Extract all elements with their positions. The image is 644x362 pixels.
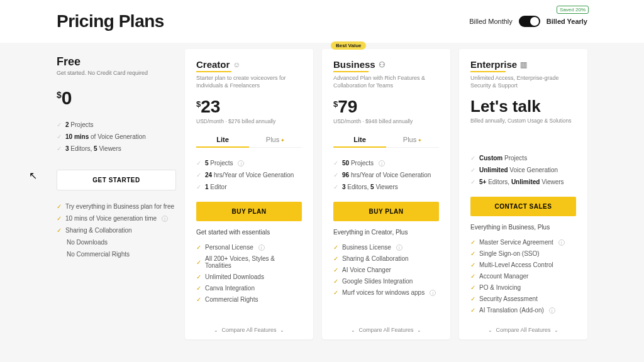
benefit-item: ✓All 200+ Voices, Styles & Tonalities bbox=[196, 255, 302, 269]
benefit-item: No Downloads bbox=[57, 239, 176, 246]
business-benefits: ✓Business Licensei ✓Sharing & Collaborat… bbox=[333, 239, 439, 300]
feature-item: ✓1 Editor bbox=[196, 184, 302, 191]
enterprise-section-label: Everything in Business, Plus bbox=[470, 224, 576, 231]
free-subtitle: Get started. No Credit Card required bbox=[57, 70, 176, 76]
feature-item: ✓Unlimited Voice Generation bbox=[470, 167, 576, 174]
info-icon[interactable]: i bbox=[238, 160, 244, 167]
info-icon[interactable]: i bbox=[549, 307, 555, 314]
compare-link[interactable]: ⌄ Compare All Features ⌄ bbox=[196, 318, 302, 333]
plan-business: Best Value Business⚇ Advanced Plan with … bbox=[322, 49, 450, 339]
title-underline bbox=[470, 71, 506, 72]
enterprise-price-sub: Billed annually, Custom Usage & Solution… bbox=[470, 118, 576, 124]
benefit-item: ✓Unlimited Downloads bbox=[196, 273, 302, 280]
creator-title: Creator☺ bbox=[196, 59, 302, 70]
benefit-item: ✓Commercial Rights bbox=[196, 296, 302, 303]
business-price-sub: USD/month · $948 billed annually bbox=[333, 118, 439, 124]
person-icon: ☺ bbox=[233, 60, 240, 69]
feature-item: ✓2 Projects bbox=[57, 121, 176, 129]
feature-item: ✓3 Editors, 5 Viewers bbox=[333, 184, 439, 191]
info-icon[interactable]: i bbox=[379, 160, 385, 167]
business-title: Business⚇ bbox=[333, 59, 439, 70]
compare-link[interactable]: ⌄ Compare All Features ⌄ bbox=[333, 318, 439, 333]
plan-enterprise: Enterprise▥ Unlimited Access, Enterprise… bbox=[459, 49, 587, 339]
info-icon[interactable]: i bbox=[430, 290, 436, 296]
enterprise-title: Enterprise▥ bbox=[470, 59, 576, 70]
feature-item: ✓5 Projectsi bbox=[196, 160, 302, 167]
benefit-item: ✓Sharing & Collaboration bbox=[57, 227, 176, 234]
sparkle-icon: ✦ bbox=[280, 138, 285, 143]
feature-item: ✓50 Projectsi bbox=[333, 160, 439, 167]
free-title: Free bbox=[57, 55, 176, 69]
business-price-row: $79 USD/month · $948 billed annually bbox=[333, 97, 439, 124]
feature-item: ✓Custom Projects bbox=[470, 155, 576, 162]
best-value-badge: Best Value bbox=[331, 41, 366, 50]
free-price-value: 0 bbox=[62, 87, 72, 108]
benefit-item: ✓Google Slides Integration bbox=[333, 278, 439, 285]
feature-item: ✓5+ Editors, Unlimited Viewers bbox=[470, 178, 576, 186]
billing-toggle[interactable] bbox=[519, 16, 540, 27]
benefit-item: ✓PO & Invoicing bbox=[470, 284, 576, 291]
benefit-item: ✓Business Licensei bbox=[333, 244, 439, 251]
plans-container: Free Get started. No Credit Card require… bbox=[0, 43, 644, 352]
benefit-item: ✓AI Translation (Add-on)i bbox=[470, 307, 576, 314]
creator-desc: Starter plan to create voiceovers for In… bbox=[196, 75, 302, 89]
info-icon[interactable]: i bbox=[558, 239, 565, 246]
header-bar: Pricing Plans Saved 20% Billed Monthly B… bbox=[0, 0, 644, 43]
benefit-item: ✓Single Sign-on (SSO) bbox=[470, 250, 576, 257]
save-badge: Saved 20% bbox=[557, 6, 589, 14]
creator-price-row: $23 USD/month · $276 billed annually bbox=[196, 97, 302, 124]
business-price: 79 bbox=[338, 97, 357, 116]
tab-plus[interactable]: Plus✦ bbox=[249, 132, 302, 147]
benefit-item: ✓Master Service Agreementi bbox=[470, 239, 576, 246]
enterprise-price-row: Let's talk Billed annually, Custom Usage… bbox=[470, 97, 576, 124]
feature-item: ✓10 mins of Voice Generation bbox=[57, 133, 176, 141]
creator-price: 23 bbox=[201, 97, 220, 116]
benefit-item: ✓Account Manager bbox=[470, 273, 576, 280]
business-key-features: ✓50 Projectsi ✓96 hrs/Year of Voice Gene… bbox=[333, 155, 439, 195]
free-price: $0 bbox=[57, 87, 176, 109]
creator-tabs: Lite Plus✦ bbox=[196, 132, 302, 148]
enterprise-benefits: ✓Master Service Agreementi ✓Single Sign-… bbox=[470, 234, 576, 318]
title-underline bbox=[333, 71, 369, 72]
enterprise-price: Let's talk bbox=[470, 97, 576, 116]
buy-plan-button[interactable]: BUY PLAN bbox=[333, 202, 439, 221]
creator-section-label: Get started with essentials bbox=[196, 229, 302, 236]
free-benefits: ✓Try everything in Business plan for fre… bbox=[57, 203, 176, 258]
creator-key-features: ✓5 Projectsi ✓24 hrs/Year of Voice Gener… bbox=[196, 155, 302, 195]
tab-plus[interactable]: Plus✦ bbox=[386, 132, 439, 147]
benefit-item: ✓Murf voices for windows appsi bbox=[333, 289, 439, 296]
get-started-button[interactable]: GET STARTED bbox=[57, 170, 176, 190]
feature-item: ✓24 hrs/Year of Voice Generation bbox=[196, 172, 302, 179]
benefit-item: ✓Security Assessment bbox=[470, 295, 576, 302]
info-icon[interactable]: i bbox=[258, 244, 265, 251]
sparkle-icon: ✦ bbox=[418, 138, 422, 143]
info-icon[interactable]: i bbox=[162, 216, 168, 222]
benefit-item: ✓Canva Integration bbox=[196, 285, 302, 292]
page-title: Pricing Plans bbox=[57, 11, 164, 31]
creator-benefits: ✓Personal Licensei ✓All 200+ Voices, Sty… bbox=[196, 239, 302, 307]
contact-sales-button[interactable]: CONTACT SALES bbox=[470, 197, 576, 216]
free-key-features: ✓2 Projects ✓10 mins of Voice Generation… bbox=[57, 121, 176, 153]
enterprise-desc: Unlimited Access, Enterprise-grade Secur… bbox=[470, 75, 576, 89]
benefit-item: No Commercial Rights bbox=[57, 251, 176, 258]
business-section-label: Everything in Creator, Plus bbox=[333, 229, 439, 236]
building-icon: ▥ bbox=[520, 60, 527, 69]
people-icon: ⚇ bbox=[379, 60, 386, 69]
info-icon[interactable]: i bbox=[396, 244, 402, 251]
benefit-item: ✓Multi-Level Access Control bbox=[470, 261, 576, 268]
enterprise-key-features: ✓Custom Projects ✓Unlimited Voice Genera… bbox=[470, 150, 576, 190]
feature-item: ✓96 hrs/Year of Voice Generation bbox=[333, 172, 439, 179]
compare-link[interactable]: ⌄ Compare All Features ⌄ bbox=[470, 318, 576, 333]
buy-plan-button[interactable]: BUY PLAN bbox=[196, 202, 302, 221]
tab-lite[interactable]: Lite bbox=[196, 132, 249, 147]
plan-creator: Creator☺ Starter plan to create voiceove… bbox=[185, 49, 313, 339]
billed-yearly-label[interactable]: Billed Yearly bbox=[547, 18, 587, 25]
benefit-item: ✓10 mins of Voice generation timei bbox=[57, 215, 176, 222]
creator-price-sub: USD/month · $276 billed annually bbox=[196, 118, 302, 124]
plan-free: Free Get started. No Credit Card require… bbox=[57, 49, 176, 339]
feature-item: ✓3 Editors, 5 Viewers bbox=[57, 145, 176, 153]
billing-toggle-group: Saved 20% Billed Monthly Billed Yearly bbox=[469, 16, 587, 27]
billed-monthly-label[interactable]: Billed Monthly bbox=[469, 18, 512, 25]
tab-lite[interactable]: Lite bbox=[333, 132, 386, 147]
business-desc: Advanced Plan with Rich Features & Colla… bbox=[333, 75, 439, 89]
